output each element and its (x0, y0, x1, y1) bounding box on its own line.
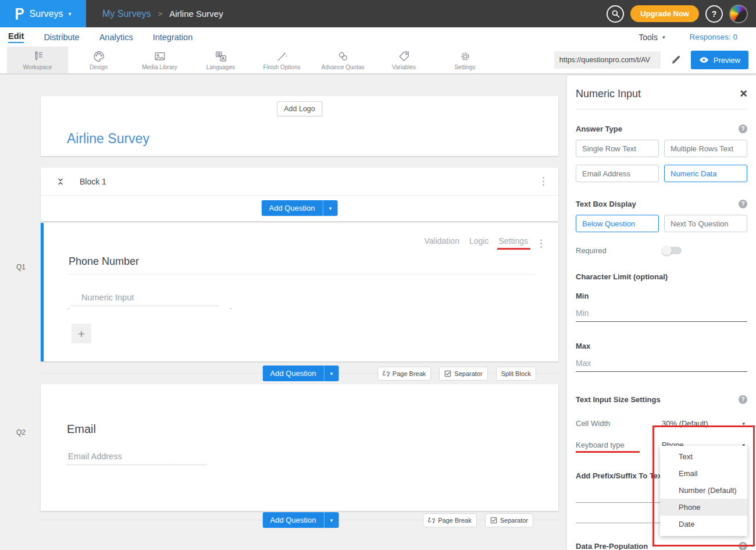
question-kebab-menu[interactable] (538, 237, 544, 250)
suffix-placeholder[interactable]: - (230, 304, 232, 311)
dropdown-option-text[interactable]: Text (660, 448, 747, 465)
close-icon: × (740, 86, 747, 101)
chevron-down-icon[interactable]: ▾ (742, 421, 747, 427)
survey-url-input[interactable] (554, 51, 661, 69)
option-numeric-data[interactable]: Numeric Data (664, 165, 747, 182)
toolbar-media-library[interactable]: Media Library (129, 47, 190, 73)
tab-edit[interactable]: Edit (8, 31, 24, 43)
tab-logic[interactable]: Logic (469, 236, 488, 246)
tools-label: Tools (639, 33, 658, 42)
checkbox-check-icon (444, 370, 451, 377)
keyboard-type-dropdown: Text Email Number (Default) Phone Date (660, 446, 747, 536)
tools-menu[interactable]: Tools ▾ (639, 33, 665, 42)
email-answer-input[interactable] (67, 449, 206, 465)
add-question-caret[interactable]: ▾ (323, 200, 337, 216)
toolbar-variables[interactable]: Variables (373, 47, 434, 73)
upgrade-now-button[interactable]: Upgrade Now (630, 5, 699, 22)
option-below-question[interactable]: Below Question (576, 215, 659, 232)
tab-question-settings[interactable]: Settings (498, 236, 528, 246)
pencil-icon (670, 54, 682, 66)
dropdown-option-email[interactable]: Email (660, 465, 747, 482)
add-question-caret[interactable]: ▾ (324, 512, 338, 528)
block-title[interactable]: Block 1 (80, 177, 106, 186)
dropdown-option-phone[interactable]: Phone (660, 499, 747, 516)
add-question-button[interactable]: Add Question (263, 366, 324, 381)
product-switcher[interactable]: P Surveys ▾ (0, 0, 86, 27)
responses-count-link[interactable]: Responses: 0 (689, 33, 737, 41)
max-input[interactable] (576, 355, 747, 372)
magic-wand-icon (276, 50, 288, 63)
add-question-button[interactable]: Add Question (263, 512, 324, 528)
separator-button[interactable]: Separator (485, 513, 533, 527)
toolbar-finish-options[interactable]: Finish Options (251, 47, 312, 73)
search-button[interactable] (607, 5, 624, 23)
toolbar-settings[interactable]: Settings (434, 47, 495, 73)
preview-button[interactable]: Preview (691, 51, 748, 69)
tab-distribute[interactable]: Distribute (44, 33, 79, 42)
option-multiple-rows-text[interactable]: Multiple Rows Text (664, 140, 747, 157)
help-icon[interactable]: ? (739, 125, 747, 133)
add-question-split-button[interactable]: Add Question ▾ (263, 512, 339, 528)
page-break-button[interactable]: Page Break (423, 513, 476, 527)
add-question-row-2: Add Question ▾ Page Break Separator (41, 512, 558, 528)
toolbar-advance-quotas[interactable]: Advance Quotas (312, 47, 373, 73)
toolbar-item-label: Variables (392, 64, 416, 70)
tab-settings-label: Settings (498, 236, 528, 246)
top-bar: P Surveys ▾ My Surveys > Airline Survey … (0, 0, 756, 27)
breadcrumb-my-surveys[interactable]: My Surveys (102, 9, 151, 19)
add-question-split-button[interactable]: Add Question ▾ (263, 366, 339, 381)
collapse-block-button[interactable] (56, 176, 65, 187)
tab-analytics[interactable]: Analytics (99, 33, 133, 42)
toolbar-design[interactable]: Design (68, 47, 129, 73)
image-icon (154, 50, 166, 63)
add-question-button[interactable]: Add Question (262, 200, 323, 216)
option-next-to-question[interactable]: Next To Question (664, 215, 747, 232)
required-toggle[interactable] (662, 247, 682, 254)
account-avatar[interactable] (729, 5, 748, 23)
required-label: Required (576, 246, 662, 255)
min-input[interactable] (576, 305, 747, 322)
prefix-placeholder[interactable]: - (67, 304, 70, 311)
toolbar-right: Preview (554, 47, 756, 73)
chevron-down-icon: ▾ (68, 10, 71, 17)
page-break-button[interactable]: Page Break (377, 367, 431, 381)
question-card-email[interactable]: Email (41, 384, 558, 511)
block-kebab-menu[interactable] (540, 175, 547, 188)
gear-icon (459, 50, 472, 63)
question-title[interactable]: Phone Number (69, 256, 139, 268)
cell-width-row[interactable]: Cell Width 30% (Default) ▾ (576, 419, 747, 428)
cell-width-value[interactable]: 30% (Default) (662, 419, 708, 428)
close-panel-button[interactable]: × (740, 87, 747, 100)
option-single-row-text[interactable]: Single Row Text (576, 140, 659, 157)
question-title[interactable]: Email (67, 423, 96, 436)
keyboard-type-label: Keyboard type (576, 441, 662, 449)
add-logo-button[interactable]: Add Logo (277, 101, 322, 116)
question-card-phone-number[interactable]: Validation Logic Settings Phone Number -… (41, 223, 558, 361)
add-question-split-button[interactable]: Add Question ▾ (262, 200, 338, 216)
add-row-button[interactable]: + (72, 324, 91, 343)
toolbar-languages[interactable]: Languages (190, 47, 251, 73)
tab-integration[interactable]: Integration (153, 33, 193, 42)
tab-validation[interactable]: Validation (424, 236, 459, 246)
panel-title: Numeric Input (576, 88, 641, 100)
help-icon[interactable]: ? (739, 200, 747, 208)
toolbar-item-label: Workspace (23, 64, 52, 70)
help-icon[interactable]: ? (739, 542, 747, 550)
option-email-address[interactable]: Email Address (576, 165, 659, 182)
toolbar-workspace[interactable]: Workspace (7, 47, 68, 73)
edit-url-button[interactable] (670, 54, 682, 66)
help-icon[interactable]: ? (739, 395, 747, 404)
page-break-label: Page Break (393, 370, 426, 377)
question-number-q1: Q1 (16, 263, 26, 271)
text-input-size-header: Text Input Size Settings ? (576, 395, 747, 404)
max-label: Max (576, 342, 747, 350)
add-question-caret[interactable]: ▾ (324, 366, 338, 381)
survey-title[interactable]: Airline Survey (67, 131, 149, 147)
separator-button[interactable]: Separator (439, 367, 487, 381)
toolbar-item-label: Languages (206, 64, 236, 70)
dropdown-option-date[interactable]: Date (660, 516, 747, 533)
dropdown-option-number-default[interactable]: Number (Default) (660, 482, 747, 499)
split-block-button[interactable]: Split Block (496, 367, 536, 381)
help-button[interactable]: ? (705, 5, 723, 23)
numeric-answer-input[interactable] (72, 290, 219, 306)
